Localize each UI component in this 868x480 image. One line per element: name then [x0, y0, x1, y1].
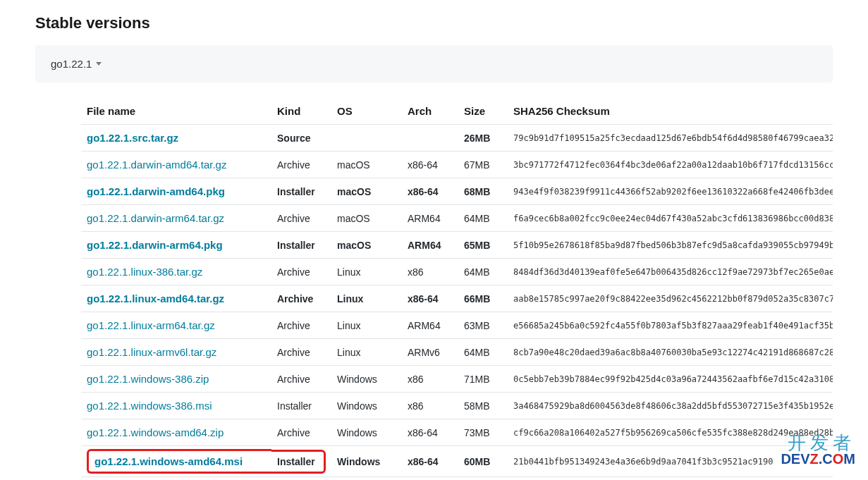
table-row: go1.22.1.linux-armv6l.tar.gzArchiveLinux… [81, 339, 833, 366]
cell-sha: 3a468475929ba8d6004563de8f48606c38a2dd5b… [508, 393, 833, 419]
cell-arch: x86-64 [402, 446, 458, 477]
cell-os: Windows [331, 446, 402, 477]
table-row: go1.22.1.linux-arm64.tar.gzArchiveLinuxA… [81, 312, 833, 339]
cell-arch: x86 [402, 259, 458, 285]
cell-sha: 79c9b91d7f109515a25fc3ecdaad125d67e6bdb5… [508, 125, 833, 152]
cell-sha: aab8e15785c997ae20f9c88422ee35d962c45622… [508, 285, 833, 312]
download-link[interactable]: go1.22.1.windows-386.zip [87, 373, 209, 385]
cell-sha: e56685a245b6a0c592fc4a55f0b7803af5b3f827… [508, 312, 833, 339]
col-sha: SHA256 Checksum [508, 98, 833, 125]
cell-arch: x86-64 [402, 152, 458, 178]
cell-arch: ARMv6 [402, 339, 458, 366]
table-row: go1.22.1.windows-386.zipArchiveWindowsx8… [81, 366, 833, 393]
cell-kind: Installer [271, 178, 331, 205]
cell-os: Linux [331, 312, 402, 339]
cell-arch: x86-64 [402, 419, 458, 446]
table-row: go1.22.1.windows-amd64.zipArchiveWindows… [81, 419, 833, 446]
cell-size: 60MB [458, 446, 508, 477]
cell-size: 64MB [458, 339, 508, 366]
download-link[interactable]: go1.22.1.darwin-arm64.pkg [87, 239, 223, 251]
section-heading: Stable versions [35, 14, 833, 32]
cell-arch: ARM64 [402, 205, 458, 232]
cell-os: Windows [331, 393, 402, 419]
cell-arch: ARM64 [402, 312, 458, 339]
cell-size: 68MB [458, 178, 508, 205]
cell-sha: 943e4f9f038239f9911c44366f52ab9202f6ee13… [508, 178, 833, 205]
cell-kind: Archive [271, 339, 331, 366]
cell-kind: Archive [271, 366, 331, 393]
table-row: go1.22.1.windows-386.msiInstallerWindows… [81, 393, 833, 419]
cell-size: 64MB [458, 259, 508, 285]
cell-sha: 3bc971772f4712fec0364f4bc3de06af22a00a12… [508, 152, 833, 178]
cell-arch: x86-64 [402, 285, 458, 312]
cell-sha: 8cb7a90e48c20daed39a6ac8b8a40760030ba5e9… [508, 339, 833, 366]
cell-os: macOS [331, 152, 402, 178]
cell-os: Windows [331, 419, 402, 446]
download-link[interactable]: go1.22.1.windows-386.msi [87, 400, 212, 412]
cell-sha: 0c5ebb7eb39b7884ec99f92b425d4c03a96a7244… [508, 366, 833, 393]
table-row: go1.22.1.darwin-amd64.tar.gzArchivemacOS… [81, 152, 833, 178]
caret-down-icon [96, 62, 102, 66]
cell-size: 67MB [458, 152, 508, 178]
cell-size: 73MB [458, 419, 508, 446]
col-file-name: File name [81, 98, 271, 125]
cell-size: 65MB [458, 232, 508, 259]
cell-os: macOS [331, 205, 402, 232]
download-link[interactable]: go1.22.1.darwin-arm64.tar.gz [87, 212, 224, 224]
cell-sha: f6a9cec6b8a002fcc9c0ee24ec04d67f430a52ab… [508, 205, 833, 232]
cell-kind: Installer [271, 232, 331, 259]
version-label: go1.22.1 [51, 58, 92, 70]
cell-kind: Archive [271, 259, 331, 285]
cell-size: 63MB [458, 312, 508, 339]
cell-arch: x86-64 [402, 178, 458, 205]
download-link[interactable]: go1.22.1.windows-amd64.msi [94, 455, 243, 467]
cell-kind: Archive [271, 285, 331, 312]
cell-size: 58MB [458, 393, 508, 419]
downloads-table: File name Kind OS Arch Size SHA256 Check… [81, 98, 833, 477]
col-os: OS [331, 98, 402, 125]
cell-arch: x86 [402, 393, 458, 419]
cell-kind: Installer [271, 393, 331, 419]
cell-kind: Archive [271, 152, 331, 178]
cell-os: macOS [331, 232, 402, 259]
table-header-row: File name Kind OS Arch Size SHA256 Check… [81, 98, 833, 125]
table-row: go1.22.1.darwin-amd64.pkgInstallermacOSx… [81, 178, 833, 205]
download-link[interactable]: go1.22.1.src.tar.gz [87, 132, 178, 144]
cell-kind: Archive [271, 205, 331, 232]
cell-kind: Archive [271, 419, 331, 446]
cell-sha: 21b0441bfb951349243e4a36e6b9d9aa7041f3b3… [508, 446, 833, 477]
download-link[interactable]: go1.22.1.windows-amd64.zip [87, 426, 224, 438]
table-row: go1.22.1.darwin-arm64.pkgInstallermacOSA… [81, 232, 833, 259]
table-row: go1.22.1.windows-amd64.msiInstallerWindo… [81, 446, 833, 477]
cell-size: 71MB [458, 366, 508, 393]
table-row: go1.22.1.src.tar.gzSource26MB79c9b91d7f1… [81, 125, 833, 152]
col-kind: Kind [271, 98, 331, 125]
cell-arch [402, 125, 458, 152]
cell-kind: Archive [271, 312, 331, 339]
table-row: go1.22.1.darwin-arm64.tar.gzArchivemacOS… [81, 205, 833, 232]
download-link[interactable]: go1.22.1.linux-armv6l.tar.gz [87, 346, 216, 358]
col-size: Size [458, 98, 508, 125]
cell-os: Linux [331, 339, 402, 366]
cell-size: 66MB [458, 285, 508, 312]
table-row: go1.22.1.linux-amd64.tar.gzArchiveLinuxx… [81, 285, 833, 312]
cell-os: Linux [331, 259, 402, 285]
cell-os: Windows [331, 366, 402, 393]
cell-os: Linux [331, 285, 402, 312]
cell-arch: ARM64 [402, 232, 458, 259]
download-link[interactable]: go1.22.1.darwin-amd64.tar.gz [87, 159, 226, 171]
cell-size: 64MB [458, 205, 508, 232]
download-link[interactable]: go1.22.1.linux-386.tar.gz [87, 266, 202, 278]
version-selector[interactable]: go1.22.1 [35, 45, 833, 82]
download-link[interactable]: go1.22.1.linux-amd64.tar.gz [87, 293, 224, 304]
download-link[interactable]: go1.22.1.darwin-amd64.pkg [87, 185, 225, 197]
cell-size: 26MB [458, 125, 508, 152]
cell-sha: 8484df36d3d40139eaf0fe5e647b006435d826cc… [508, 259, 833, 285]
cell-os [331, 125, 402, 152]
cell-sha: 5f10b95e2678618f85ba9d87fbed506b3b87efc9… [508, 232, 833, 259]
cell-kind: Source [271, 125, 331, 152]
table-row: go1.22.1.linux-386.tar.gzArchiveLinuxx86… [81, 259, 833, 285]
cell-sha: cf9c66a208a106402a527f5b956269ca506cfe53… [508, 419, 833, 446]
cell-kind: Installer [271, 446, 331, 477]
download-link[interactable]: go1.22.1.linux-arm64.tar.gz [87, 319, 215, 331]
